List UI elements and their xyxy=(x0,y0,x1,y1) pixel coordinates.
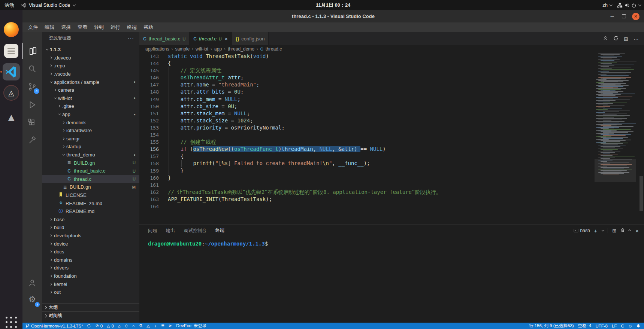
breadcrumb-item[interactable]: thread.c xyxy=(266,46,282,52)
run-debug-icon[interactable] xyxy=(22,97,42,113)
panel-tab-调试控制台[interactable]: 调试控制台 xyxy=(184,225,206,236)
tree-item-app[interactable]: app● xyxy=(42,110,139,119)
editor-tab-config.json[interactable]: {}config.json xyxy=(232,32,269,45)
dock-firefox-icon[interactable] xyxy=(4,22,19,37)
code-line-163[interactable]: 163APP_FEATURE_INIT(ThreadTestTask); xyxy=(139,196,644,203)
tree-item-startup[interactable]: startup xyxy=(42,143,139,151)
code-line-160[interactable]: 160} xyxy=(139,174,644,182)
editor-tab-thread.c[interactable]: Cthread.cU× xyxy=(190,32,232,45)
sync-icon[interactable] xyxy=(613,36,619,42)
terminal[interactable]: dragon@vmubuntu20:~/openharmony/1.1.3$ xyxy=(148,241,268,247)
code-line-159[interactable]: 159 } xyxy=(139,167,644,174)
status-item-cursor-position[interactable]: 行 156, 列 9 (已选择53) xyxy=(529,323,574,329)
breadcrumb-item[interactable]: wifi-iot xyxy=(196,46,208,52)
panel-tab-终端[interactable]: 终端 xyxy=(215,225,224,236)
tree-item-iothardware[interactable]: iothardware xyxy=(42,127,139,135)
dock-app-icon[interactable]: ◬ xyxy=(3,85,19,101)
tree-item-docs[interactable]: docs xyxy=(42,248,139,256)
menu-item[interactable]: 终端 xyxy=(124,23,140,32)
status-item-deveco-dot[interactable]: ○ xyxy=(132,324,135,328)
settings-gear-icon[interactable]: ⚙ 1 xyxy=(22,291,42,308)
editor-tab-thread-basic.c[interactable]: Cthread_basic.cU xyxy=(139,32,190,45)
new-terminal-icon[interactable]: + xyxy=(594,228,598,234)
tree-item-1.1.3[interactable]: 1.1.3 xyxy=(42,46,139,54)
tree-item-foundation[interactable]: foundation xyxy=(42,272,139,280)
menu-item[interactable]: 选择 xyxy=(58,23,74,32)
tree-item-.vscode[interactable]: .vscode xyxy=(42,70,139,78)
status-item-feedback[interactable]: ☺ xyxy=(628,324,632,328)
split-editor-icon[interactable]: ⊞ xyxy=(624,36,628,42)
menu-item[interactable]: 帮助 xyxy=(140,23,157,32)
status-item-warnings[interactable]: △0 xyxy=(107,323,114,328)
code-line-161[interactable]: 161 xyxy=(139,182,644,189)
minimize-button[interactable]: ─ xyxy=(608,13,616,19)
code-line-144[interactable]: 144{ xyxy=(139,60,644,67)
code-line-162[interactable]: 162// 让ThreadTestTask函数以“优先级2”在系统启动过程的“阶… xyxy=(139,189,644,196)
tree-item-.repo[interactable]: .repo xyxy=(42,62,139,70)
status-item-deveco-clean[interactable] xyxy=(125,324,128,328)
split-terminal-icon[interactable]: ⊞ xyxy=(612,228,616,234)
minimap-slider[interactable] xyxy=(595,159,636,182)
tree-item-out[interactable]: out xyxy=(42,288,139,296)
tree-item-camera[interactable]: camera xyxy=(42,86,139,94)
close-tab-icon[interactable]: × xyxy=(225,36,228,42)
tree-item-applications-sample[interactable]: applications / sample● xyxy=(42,78,139,86)
status-item-deveco-login[interactable]: DevEco: 未登录 xyxy=(176,323,206,329)
tree-item-build.gn[interactable]: ≣BUILD.gnM xyxy=(42,183,139,191)
tree-item-device[interactable]: device xyxy=(42,240,139,248)
status-item-errors[interactable]: ⊘0 xyxy=(95,323,103,328)
deveco-tool-icon[interactable] xyxy=(22,132,42,149)
account-icon[interactable] xyxy=(22,275,42,291)
app-menu-button[interactable]: Visual Studio Code xyxy=(21,2,75,8)
menu-item[interactable]: 编辑 xyxy=(41,23,58,32)
title-bar[interactable]: thread.c - 1.1.3 - Visual Studio Code ─ … xyxy=(22,10,644,22)
extensions-icon[interactable] xyxy=(22,115,42,131)
status-item-language-mode[interactable]: C xyxy=(621,324,624,328)
code-line-154[interactable]: 154 xyxy=(139,131,644,138)
code-line-150[interactable]: 150 attr.cb_size = 0U; xyxy=(139,103,644,110)
search-icon[interactable] xyxy=(22,61,42,77)
source-control-icon[interactable]: 4 xyxy=(22,79,42,95)
breadcrumb-item[interactable]: applications xyxy=(145,46,169,52)
status-item-indentation[interactable]: 空格: 4 xyxy=(578,323,592,329)
tree-item-kernel[interactable]: kernel xyxy=(42,280,139,288)
tree-item-readme.md[interactable]: ⓘREADME.md xyxy=(42,207,139,216)
tree-item-developtools[interactable]: developtools xyxy=(42,232,139,240)
status-item-deveco-list[interactable]: ≣ xyxy=(161,323,164,328)
code-line-147[interactable]: 147 attr.name = "threadMain"; xyxy=(139,81,644,88)
status-item-notifications[interactable] xyxy=(637,324,640,328)
tree-item-license[interactable]: LICENSE xyxy=(42,191,139,199)
code-line-149[interactable]: 149 attr.cb_mem = NULL; xyxy=(139,96,644,103)
menu-item[interactable]: 文件 xyxy=(25,23,41,32)
clock[interactable]: 11月1日 00：24 xyxy=(316,0,351,10)
code-line-156[interactable]: 156 if (osThreadNew((osThreadFunc_t)thre… xyxy=(139,146,644,153)
tree-item-build.gn[interactable]: ≣BUILD.gnU xyxy=(42,159,139,167)
dock-files-icon[interactable] xyxy=(4,44,18,58)
tree-item-wifi-iot[interactable]: wifi-iot● xyxy=(42,94,139,103)
more-actions-icon[interactable]: ··· xyxy=(128,35,134,41)
tree-item-build[interactable]: build xyxy=(42,223,139,232)
status-item-deveco-run[interactable]: ⊳ xyxy=(169,323,172,328)
breadcrumb-item[interactable]: app xyxy=(214,46,222,52)
status-item-eol[interactable]: LF xyxy=(612,324,617,328)
tree-item-base[interactable]: base xyxy=(42,215,139,223)
restore-button[interactable] xyxy=(622,14,626,18)
tree-item-thread-demo[interactable]: thread_demo● xyxy=(42,151,139,159)
code-line-151[interactable]: 151 attr.stack_mem = NULL; xyxy=(139,110,644,117)
menu-item[interactable]: 转到 xyxy=(91,23,107,32)
system-tray[interactable] xyxy=(617,3,640,8)
terminal-shell-selector[interactable]: bash xyxy=(574,228,590,233)
breadcrumb-item[interactable]: sample xyxy=(175,46,190,52)
panel-tab-问题[interactable]: 问题 xyxy=(148,225,157,236)
status-item-deveco-monitor[interactable]: ♀ xyxy=(154,324,157,328)
code-line-146[interactable]: 146 osThreadAttr_t attr; xyxy=(139,74,644,81)
tree-item-thread.c[interactable]: Cthread.cU xyxy=(42,175,139,183)
status-item-deveco-home[interactable]: ⌂ xyxy=(118,324,121,328)
maximize-panel-icon[interactable] xyxy=(628,229,631,232)
tree-item-thread-basic.c[interactable]: Cthread_basic.cU xyxy=(42,167,139,175)
code-editor[interactable]: 143static void ThreadTestTask(void)144{1… xyxy=(139,53,644,225)
code-line-155[interactable]: 155 // 创建主线程 xyxy=(139,138,644,146)
input-method-indicator[interactable]: zh xyxy=(602,2,611,8)
chevron-down-icon[interactable] xyxy=(601,228,604,231)
tree-item-demolink[interactable]: demolink xyxy=(42,118,139,127)
